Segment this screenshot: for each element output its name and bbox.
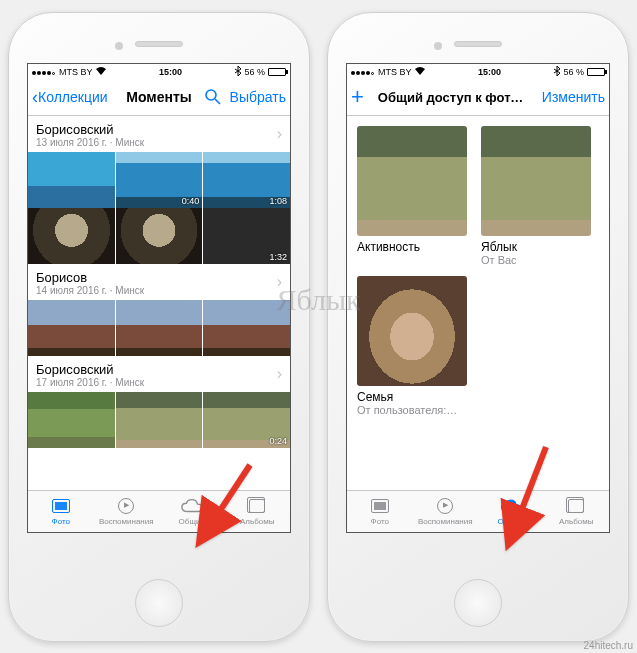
bluetooth-icon xyxy=(554,66,560,78)
tab-label: Фото xyxy=(371,517,389,526)
chevron-right-icon: › xyxy=(277,365,282,383)
shared-album[interactable]: Активность xyxy=(357,126,467,266)
photo-thumbnail[interactable] xyxy=(28,208,115,264)
home-button[interactable] xyxy=(135,579,183,627)
moment-header[interactable]: Борисовский17 июля 2016 г. · Минск› xyxy=(28,356,290,392)
select-button[interactable]: Выбрать xyxy=(230,89,286,105)
credits: 24hitech.ru xyxy=(584,640,633,651)
tab-label: Воспоминания xyxy=(99,517,154,526)
wifi-icon xyxy=(415,67,425,77)
video-duration: 1:08 xyxy=(269,196,287,206)
edit-button[interactable]: Изменить xyxy=(542,89,605,105)
moment-header[interactable]: Борисовский13 июля 2016 г. · Минск› xyxy=(28,116,290,152)
tab-label: Альбомы xyxy=(559,517,593,526)
photos-icon xyxy=(369,497,391,515)
photos-icon xyxy=(50,497,72,515)
photo-thumbnail[interactable] xyxy=(116,300,203,356)
edit-label: Изменить xyxy=(542,89,605,105)
moments-content[interactable]: Борисовский13 июля 2016 г. · Минск›0:401… xyxy=(28,116,290,490)
photo-thumbnail[interactable] xyxy=(116,392,203,448)
tab-cloud[interactable]: Общие xyxy=(159,491,225,532)
svg-point-0 xyxy=(206,90,216,100)
speaker xyxy=(135,41,183,47)
moment-subtitle: 13 июля 2016 г. · Минск xyxy=(36,137,282,148)
signal-dots xyxy=(32,67,56,77)
tab-bar: ФотоВоспоминанияОбщиеАльбомы xyxy=(28,490,290,532)
moment-subtitle: 14 июля 2016 г. · Минск xyxy=(36,285,282,296)
cloud-icon xyxy=(500,497,522,515)
iphone-device-right: MTS BY 15:00 56 % + xyxy=(327,12,629,642)
photo-thumbnail[interactable]: 1:32 xyxy=(203,208,290,264)
photo-thumbnail[interactable]: 0:24 xyxy=(203,392,290,448)
album-name: Семья xyxy=(357,390,467,404)
shared-album[interactable]: ЯблыкОт Вас xyxy=(481,126,591,266)
moment-subtitle: 17 июля 2016 г. · Минск xyxy=(36,377,282,388)
album-owner: От пользователя:… xyxy=(357,404,467,416)
tab-label: Воспоминания xyxy=(418,517,473,526)
front-camera xyxy=(115,42,123,50)
bluetooth-icon xyxy=(235,66,241,78)
cloud-icon xyxy=(181,497,203,515)
video-duration: 0:24 xyxy=(269,436,287,446)
status-time: 15:00 xyxy=(425,67,555,77)
search-icon[interactable] xyxy=(204,88,222,106)
nav-bar: + Общий доступ к фото iCl… Изменить xyxy=(347,80,609,116)
photo-thumbnail[interactable]: 1:08 xyxy=(203,152,290,208)
album-name: Активность xyxy=(357,240,467,254)
battery-icon xyxy=(268,68,286,76)
memories-icon xyxy=(434,497,456,515)
shared-album[interactable]: СемьяОт пользователя:… xyxy=(357,276,467,416)
tab-memories[interactable]: Воспоминания xyxy=(94,491,160,532)
tab-label: Фото xyxy=(52,517,70,526)
tab-photos[interactable]: Фото xyxy=(347,491,413,532)
screen-right: MTS BY 15:00 56 % + xyxy=(346,63,610,533)
album-thumbnail xyxy=(481,126,591,236)
album-owner: От Вас xyxy=(481,254,591,266)
battery-pct: 56 % xyxy=(563,67,584,77)
carrier-label: MTS BY xyxy=(378,67,412,77)
front-camera xyxy=(434,42,442,50)
moment-title: Борисовский xyxy=(36,122,282,137)
tab-photos[interactable]: Фото xyxy=(28,491,94,532)
wifi-icon xyxy=(96,67,106,77)
select-label: Выбрать xyxy=(230,89,286,105)
albums-icon xyxy=(246,497,268,515)
signal-dots xyxy=(351,67,375,77)
back-button[interactable]: ‹ Коллекции xyxy=(32,88,108,106)
screen-left: MTS BY 15:00 56 % ‹ Колл xyxy=(27,63,291,533)
shared-albums-content[interactable]: АктивностьЯблыкОт ВасСемьяОт пользовател… xyxy=(347,116,609,490)
status-time: 15:00 xyxy=(106,67,236,77)
video-duration: 1:32 xyxy=(269,252,287,262)
photo-thumbnail[interactable] xyxy=(28,152,115,208)
add-button[interactable]: + xyxy=(351,86,364,108)
photo-thumbnail[interactable]: 0:40 xyxy=(116,152,203,208)
svg-line-1 xyxy=(215,99,220,104)
moment-title: Борисов xyxy=(36,270,282,285)
tab-bar: ФотоВоспоминанияОбщиеАльбомы xyxy=(347,490,609,532)
battery-pct: 56 % xyxy=(244,67,265,77)
tab-cloud[interactable]: Общие xyxy=(478,491,544,532)
photo-thumbnail[interactable] xyxy=(116,208,203,264)
nav-title: Общий доступ к фото iCl… xyxy=(378,90,528,105)
chevron-right-icon: › xyxy=(277,125,282,143)
home-button[interactable] xyxy=(454,579,502,627)
tab-albums[interactable]: Альбомы xyxy=(544,491,610,532)
tab-label: Альбомы xyxy=(240,517,274,526)
nav-bar: ‹ Коллекции Моменты Выбрать xyxy=(28,80,290,116)
tab-albums[interactable]: Альбомы xyxy=(225,491,291,532)
album-thumbnail xyxy=(357,276,467,386)
moment-header[interactable]: Борисов14 июля 2016 г. · Минск› xyxy=(28,264,290,300)
back-label: Коллекции xyxy=(38,89,108,105)
tab-label: Общие xyxy=(179,517,205,526)
speaker xyxy=(454,41,502,47)
photo-thumbnail[interactable] xyxy=(28,300,115,356)
moment-title: Борисовский xyxy=(36,362,282,377)
tab-label: Общие xyxy=(498,517,524,526)
carrier-label: MTS BY xyxy=(59,67,93,77)
tab-memories[interactable]: Воспоминания xyxy=(413,491,479,532)
photo-thumbnail[interactable] xyxy=(28,392,115,448)
album-thumbnail xyxy=(357,126,467,236)
battery-icon xyxy=(587,68,605,76)
status-bar: MTS BY 15:00 56 % xyxy=(347,64,609,80)
watermark: Яблык xyxy=(276,283,360,317)
